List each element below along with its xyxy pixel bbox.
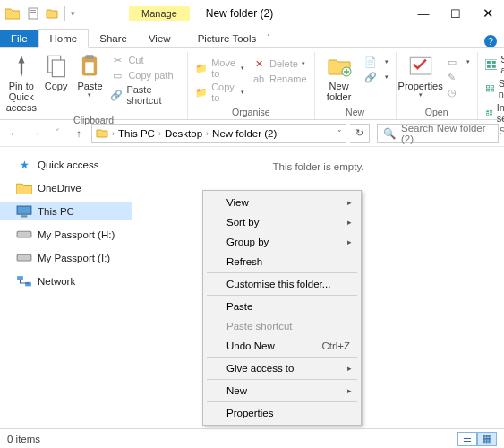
minimize-button[interactable]: —: [407, 3, 440, 24]
back-button[interactable]: ←: [5, 125, 23, 142]
svg-rect-23: [17, 206, 31, 214]
tab-view[interactable]: View: [138, 30, 182, 47]
select-all-button[interactable]: Select all: [485, 54, 504, 75]
sidebar-item-onedrive[interactable]: OneDrive: [0, 179, 132, 197]
open-button[interactable]: ▭▾: [445, 56, 470, 68]
ribbon-group-select: Select all Select none Invert selection …: [478, 52, 504, 119]
delete-button[interactable]: ✕Delete▾: [252, 57, 307, 70]
recent-locations-button[interactable]: ˅: [48, 125, 66, 142]
svg-rect-10: [485, 59, 498, 70]
ctx-undo-new[interactable]: Undo NewCtrl+Z: [205, 336, 359, 356]
details-view-button[interactable]: ☰: [457, 432, 477, 446]
ribbon-tabs: File Home Share View Picture Tools ˄ ?: [0, 27, 504, 48]
select-none-icon: [485, 83, 495, 94]
ctx-new[interactable]: New▸: [205, 381, 359, 401]
history-button[interactable]: ◷: [445, 86, 470, 99]
address-bar[interactable]: › This PC › Desktop › New folder (2) ˅: [91, 124, 346, 143]
rename-icon: ab: [252, 73, 266, 85]
sidebar-item-quick-access[interactable]: ★Quick access: [0, 156, 132, 174]
refresh-button[interactable]: ↻: [350, 124, 370, 143]
svg-rect-0: [29, 8, 38, 19]
pin-icon: [9, 54, 34, 79]
sidebar-item-passport-h[interactable]: My Passport (H:): [0, 226, 132, 244]
invert-selection-icon: [485, 108, 493, 118]
tab-home[interactable]: Home: [38, 29, 90, 48]
ctx-sort-by[interactable]: Sort by▸: [205, 212, 359, 232]
ctx-give-access[interactable]: Give access to▸: [205, 358, 359, 378]
chevron-right-icon: ▸: [347, 198, 352, 207]
select-all-icon: [485, 59, 498, 70]
pin-to-quick-access-button[interactable]: Pin to Quick access: [4, 52, 39, 113]
group-label-new: New: [346, 105, 364, 117]
move-to-button[interactable]: 📁Move to▾: [195, 57, 244, 79]
select-none-button[interactable]: Select none: [485, 78, 504, 99]
context-menu: View▸ Sort by▸ Group by▸ Refresh Customi…: [202, 190, 362, 426]
edit-button[interactable]: ✎: [445, 71, 470, 83]
ctx-separator: [207, 357, 357, 358]
search-input[interactable]: 🔍 Search New folder (2): [377, 124, 499, 143]
contextual-tab-label: Manage: [129, 6, 190, 21]
rename-button[interactable]: abRename: [252, 73, 307, 85]
qat-dropdown-icon[interactable]: ▾: [71, 9, 75, 18]
thumbnails-view-button[interactable]: ▦: [477, 432, 497, 446]
invert-selection-button[interactable]: Invert selection: [485, 102, 504, 124]
copy-path-button[interactable]: ▭Copy path: [110, 69, 180, 82]
item-count: 0 items: [7, 434, 40, 444]
copy-button[interactable]: Copy: [39, 52, 73, 91]
address-dropdown-icon[interactable]: ˅: [337, 129, 342, 138]
breadcrumb-sep-icon[interactable]: ›: [157, 129, 163, 138]
paste-button[interactable]: Paste ▾: [73, 52, 107, 99]
empty-folder-message: This folder is empty.: [132, 147, 504, 172]
svg-rect-15: [486, 86, 489, 88]
new-item-icon: 📄: [363, 56, 378, 68]
new-folder-icon: [327, 54, 352, 79]
group-label-open: Open: [425, 105, 448, 117]
properties-button[interactable]: Properties ▾: [400, 52, 441, 99]
drive-icon: [16, 228, 32, 241]
breadcrumb-item[interactable]: Desktop: [165, 128, 202, 139]
breadcrumb-item[interactable]: New folder (2): [212, 128, 277, 139]
breadcrumb-item[interactable]: This PC: [118, 128, 155, 139]
ctx-refresh[interactable]: Refresh: [205, 252, 359, 271]
ribbon-collapse-icon[interactable]: ˄: [267, 33, 270, 41]
sidebar-item-network[interactable]: Network: [0, 272, 132, 290]
easy-access-button[interactable]: 🔗▾: [363, 71, 389, 83]
ctx-paste[interactable]: Paste: [205, 297, 359, 316]
copy-to-icon: 📁: [195, 86, 208, 99]
svg-rect-1: [30, 10, 36, 11]
cut-button[interactable]: ✂Cut: [110, 54, 180, 66]
svg-rect-11: [487, 61, 491, 64]
svg-rect-18: [491, 90, 493, 91]
qat-new-folder-icon[interactable]: [46, 7, 58, 20]
pc-icon: [16, 205, 32, 218]
paste-shortcut-button[interactable]: 🔗Paste shortcut: [110, 84, 180, 106]
chevron-down-icon: ▾: [419, 91, 423, 99]
ctx-customise[interactable]: Customise this folder...: [205, 274, 359, 294]
help-icon[interactable]: ?: [484, 35, 497, 47]
tab-file[interactable]: File: [0, 30, 38, 47]
breadcrumb-sep-icon[interactable]: ›: [204, 129, 210, 138]
maximize-button[interactable]: ☐: [440, 3, 472, 24]
open-icon: ▭: [445, 56, 459, 68]
ctx-group-by[interactable]: Group by▸: [205, 232, 359, 252]
forward-button[interactable]: →: [27, 125, 45, 142]
ctx-properties[interactable]: Properties: [205, 403, 359, 423]
tab-share[interactable]: Share: [89, 30, 138, 47]
ctx-paste-shortcut[interactable]: Paste shortcut: [205, 316, 359, 336]
new-item-button[interactable]: 📄▾: [363, 56, 389, 68]
qat-properties-icon[interactable]: [28, 7, 40, 20]
ctx-shortcut: Ctrl+Z: [321, 340, 350, 351]
ctx-view[interactable]: View▸: [205, 193, 359, 212]
sidebar-item-passport-i[interactable]: My Passport (I:): [0, 249, 132, 267]
up-button[interactable]: ↑: [70, 125, 88, 142]
svg-rect-2: [30, 12, 36, 13]
copy-to-button[interactable]: 📁Copy to▾: [195, 82, 244, 103]
easy-access-icon: 🔗: [363, 71, 378, 83]
tab-picture-tools[interactable]: Picture Tools: [187, 30, 268, 47]
svg-rect-4: [52, 60, 64, 77]
svg-rect-20: [490, 114, 492, 116]
breadcrumb-sep-icon[interactable]: ›: [110, 129, 116, 138]
close-button[interactable]: ✕: [472, 3, 504, 24]
sidebar-item-this-pc[interactable]: This PC: [0, 202, 132, 220]
new-folder-button[interactable]: New folder: [319, 52, 360, 102]
